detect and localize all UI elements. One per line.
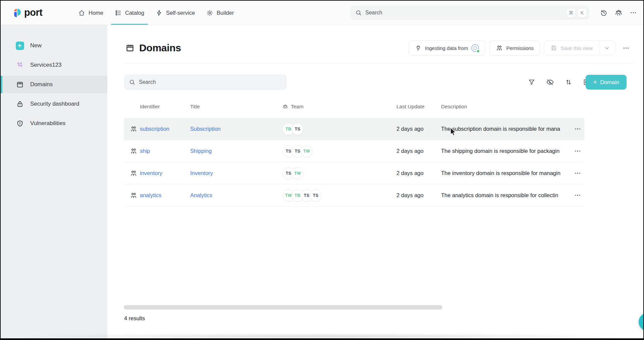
table-search-input[interactable]: Search xyxy=(124,74,287,90)
teams-icon[interactable] xyxy=(611,5,626,20)
sidebar-item-label: Security dashboard xyxy=(30,101,79,107)
tab-home-label: Home xyxy=(89,10,103,16)
column-last-update[interactable]: Last Update xyxy=(396,104,441,110)
sidebar: New Services123 Domains Security dashboa… xyxy=(1,25,107,338)
sidebar-item-domains[interactable]: Domains xyxy=(1,76,107,93)
results-count: 4 results xyxy=(124,315,145,322)
save-view-group: Save this view xyxy=(544,40,615,56)
top-bar: port Home Catalog Self-service Builder S… xyxy=(1,1,643,25)
filter-icon[interactable] xyxy=(528,78,535,86)
team-avatars: TS TS TW xyxy=(282,145,396,157)
save-view-dropdown-button[interactable] xyxy=(599,41,615,55)
avatar[interactable]: TS xyxy=(310,189,322,202)
header-actions: Ingesting data from Permissions Save thi… xyxy=(409,40,633,56)
last-update-cell: 2 days ago xyxy=(396,170,441,176)
tab-self-service[interactable]: Self-service xyxy=(150,1,201,25)
column-identifier[interactable]: Identifier xyxy=(140,104,190,110)
description-cell: The subscription domain is responsible f… xyxy=(441,126,571,132)
sidebar-item-label: Services123 xyxy=(30,62,62,68)
row-actions-icon[interactable] xyxy=(571,173,584,174)
avatar[interactable]: TW xyxy=(301,145,313,157)
brand-name: port xyxy=(24,7,42,18)
table-row[interactable]: inventory Inventory TS TW 2 days ago The… xyxy=(124,162,584,184)
row-actions-icon[interactable] xyxy=(571,128,584,130)
integration-status-icon xyxy=(471,44,479,52)
new-plus-icon xyxy=(15,42,24,50)
tab-catalog[interactable]: Catalog xyxy=(109,1,150,25)
last-update-cell: 2 days ago xyxy=(396,126,441,132)
window-shadow xyxy=(24,334,620,338)
ingesting-data-button[interactable]: Ingesting data from xyxy=(409,40,485,56)
table-header: Identifier Title Team Last Update Descri… xyxy=(124,101,584,113)
sort-icon[interactable] xyxy=(565,78,572,86)
row-actions-icon[interactable] xyxy=(571,151,584,152)
tab-builder[interactable]: Builder xyxy=(201,1,239,25)
table-row[interactable]: analytics Analytics TW TB TS TS 2 days a… xyxy=(124,184,584,207)
page-title: Domains xyxy=(125,42,181,54)
row-actions-icon[interactable] xyxy=(571,195,584,196)
tab-builder-label: Builder xyxy=(217,10,234,16)
more-icon[interactable] xyxy=(626,5,641,20)
description-cell: The analytics domain is responsible for … xyxy=(441,192,571,199)
team-avatars: TW TB TS TS xyxy=(282,189,396,202)
search-icon xyxy=(355,9,362,16)
entity-group-icon xyxy=(130,170,140,177)
primary-nav: Home Catalog Self-service Builder xyxy=(72,1,239,24)
column-description[interactable]: Description xyxy=(441,104,571,110)
title-link[interactable]: Inventory xyxy=(190,170,282,176)
column-team[interactable]: Team xyxy=(282,104,396,110)
identifier-link[interactable]: subscription xyxy=(140,126,190,132)
services-cluster-icon xyxy=(15,61,24,69)
tab-home[interactable]: Home xyxy=(72,1,109,25)
table-row[interactable]: subscription Subscription TB TS 2 days a… xyxy=(124,118,584,140)
description-cell: The shipping domain is responsible for p… xyxy=(441,148,571,154)
save-view-button[interactable]: Save this view xyxy=(544,41,599,55)
table-row[interactable]: ship Shipping TS TS TW 2 days ago The sh… xyxy=(124,140,584,162)
shield-alert-icon xyxy=(15,120,24,127)
title-link[interactable]: Analytics xyxy=(190,192,282,199)
horizontal-scrollbar[interactable] xyxy=(124,305,442,309)
save-view-label: Save this view xyxy=(560,45,593,51)
home-icon xyxy=(78,9,85,16)
hide-columns-icon[interactable] xyxy=(546,78,554,86)
table-icon xyxy=(15,81,24,89)
global-search-input[interactable]: Search ⌘ K xyxy=(351,6,589,20)
title-link[interactable]: Subscription xyxy=(190,126,282,132)
header-divider xyxy=(124,63,634,64)
users-icon xyxy=(496,45,503,52)
page-header: Domains Ingesting data from Permissions … xyxy=(125,38,633,58)
table-body: subscription Subscription TB TS 2 days a… xyxy=(124,118,584,207)
identifier-link[interactable]: analytics xyxy=(140,192,190,199)
history-icon[interactable] xyxy=(596,5,611,20)
ingesting-data-label: Ingesting data from xyxy=(425,45,468,51)
lightning-icon xyxy=(156,9,163,16)
identifier-link[interactable]: ship xyxy=(140,148,190,154)
team-icon xyxy=(282,104,288,110)
team-avatars: TS TW xyxy=(282,167,396,179)
permissions-button[interactable]: Permissions xyxy=(489,40,540,56)
port-logo[interactable]: port xyxy=(13,7,63,18)
title-link[interactable]: Shipping xyxy=(190,148,282,154)
add-domain-button[interactable]: + Domain xyxy=(586,75,627,90)
avatar[interactable]: TW xyxy=(291,167,304,179)
plus-icon: + xyxy=(593,78,597,86)
last-update-cell: 2 days ago xyxy=(396,192,441,199)
chevron-down-icon xyxy=(604,45,610,51)
search-icon xyxy=(129,79,136,86)
identifier-link[interactable]: inventory xyxy=(140,170,190,176)
sidebar-item-label: New xyxy=(30,42,42,49)
sidebar-item-new[interactable]: New xyxy=(1,38,107,53)
avatar[interactable]: TS xyxy=(291,123,304,135)
page-title-text: Domains xyxy=(139,42,181,54)
page-more-icon[interactable] xyxy=(619,41,633,55)
column-title[interactable]: Title xyxy=(190,104,282,110)
tab-self-service-label: Self-service xyxy=(166,10,195,16)
shortcut-k-key: K xyxy=(578,8,587,17)
sidebar-item-security-dashboard[interactable]: Security dashboard xyxy=(1,97,107,111)
sidebar-item-services123[interactable]: Services123 xyxy=(1,58,107,72)
main-content: Domains Ingesting data from Permissions … xyxy=(107,25,643,338)
lock-icon xyxy=(15,100,24,108)
sidebar-item-label: Domains xyxy=(30,81,53,88)
catalog-icon xyxy=(115,9,122,16)
sidebar-item-vulnerabilities[interactable]: Vulnerabilities xyxy=(1,116,107,131)
